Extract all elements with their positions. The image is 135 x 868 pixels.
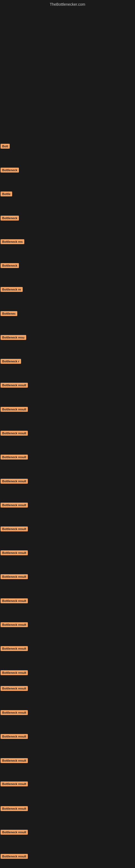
bottleneck-badge-row: Bottleneck result: [1, 431, 28, 437]
bottleneck-badge-row: Bottleneck result: [1, 598, 28, 604]
site-title: TheBottlenecker.com: [50, 2, 85, 6]
bottleneck-result-badge[interactable]: Bottleneck result: [1, 734, 28, 739]
bottleneck-result-badge[interactable]: Bottlenec: [1, 311, 17, 316]
bottleneck-result-badge[interactable]: Bottleneck result: [1, 781, 28, 786]
bottleneck-badge-row: Bottleneck result: [1, 686, 28, 692]
bottleneck-badge-row: Bottleneck re: [1, 287, 23, 293]
bottleneck-result-badge[interactable]: Bottleneck result: [1, 830, 28, 835]
bottleneck-result-badge[interactable]: Bottleneck result: [1, 383, 28, 388]
bottleneck-result-badge[interactable]: Bottleneck result: [1, 806, 28, 811]
bottleneck-badge-row: Bottleneck result: [1, 574, 28, 580]
bottleneck-result-badge[interactable]: Bottleneck result: [1, 407, 28, 412]
bottleneck-badge-row: Bottleneck result: [1, 710, 28, 716]
bottleneck-badge-row: Bottleneck res: [1, 239, 24, 245]
bottleneck-badge-row: Bottleneck result: [1, 758, 28, 764]
bottleneck-result-badge[interactable]: Bottleneck result: [1, 622, 28, 627]
bottleneck-badge-row: Bottleneck result: [1, 854, 28, 860]
bottleneck-badge-row: Bottleneck: [1, 167, 19, 174]
bottleneck-badge-row: Bottleneck result: [1, 503, 28, 508]
bottleneck-result-badge[interactable]: Bottleneck result: [1, 598, 28, 603]
bottleneck-result-badge[interactable]: Bottleneck result: [1, 686, 28, 691]
bottleneck-badge-row: Bottleneck: [1, 216, 19, 222]
bottleneck-badge-row: Bottleneck result: [1, 455, 28, 461]
bottleneck-badge-row: Bottleneck r: [1, 359, 21, 365]
bottleneck-result-badge[interactable]: Bottleneck: [1, 263, 19, 268]
bottleneck-result-badge[interactable]: Bottleneck r: [1, 359, 21, 364]
bottleneck-badge-row: Bottle: [1, 191, 12, 197]
bottleneck-result-badge[interactable]: Bottleneck result: [1, 670, 28, 675]
bottleneck-badge-row: Bottleneck result: [1, 383, 28, 389]
bottleneck-badge-row: Bottleneck result: [1, 670, 28, 676]
bottleneck-badge-row: Bottleneck result: [1, 622, 28, 628]
bottleneck-result-badge[interactable]: Bottleneck result: [1, 503, 28, 507]
bottleneck-result-badge[interactable]: Bottleneck result: [1, 455, 28, 460]
bottleneck-result-badge[interactable]: Bottleneck result: [1, 479, 28, 484]
bottleneck-badge-row: Bottleneck result: [1, 734, 28, 740]
bottleneck-result-badge[interactable]: Bott: [1, 144, 10, 149]
bottleneck-badge-row: Bott: [1, 144, 10, 150]
bottleneck-result-badge[interactable]: Bottle: [1, 191, 12, 196]
bottleneck-result-badge[interactable]: Bottleneck res: [1, 239, 24, 244]
bottleneck-result-badge[interactable]: Bottleneck resu: [1, 335, 26, 340]
bottleneck-badge-row: Bottleneck result: [1, 781, 28, 787]
bottleneck-badge-row: Bottleneck result: [1, 479, 28, 485]
bottleneck-badge-row: Bottleneck result: [1, 527, 28, 532]
bottleneck-result-badge[interactable]: Bottleneck re: [1, 287, 23, 292]
bottleneck-badge-row: Bottleneck result: [1, 550, 28, 556]
bottleneck-badge-row: Bottleneck: [1, 263, 19, 269]
bottleneck-result-badge[interactable]: Bottleneck: [1, 216, 19, 220]
bottleneck-result-badge[interactable]: Bottleneck: [1, 167, 19, 173]
bottleneck-badge-row: Bottleneck result: [1, 407, 28, 413]
bottleneck-badge-row: Bottleneck resu: [1, 335, 26, 341]
bottleneck-result-badge[interactable]: Bottleneck result: [1, 550, 28, 555]
bottleneck-badge-row: Bottlenec: [1, 311, 17, 317]
bottleneck-result-badge[interactable]: Bottleneck result: [1, 431, 28, 436]
bottleneck-badge-row: Bottleneck result: [1, 806, 28, 812]
bottleneck-result-badge[interactable]: Bottleneck result: [1, 527, 28, 531]
bottleneck-result-badge[interactable]: Bottleneck result: [1, 758, 28, 763]
bottleneck-result-badge[interactable]: Bottleneck result: [1, 646, 28, 651]
bottleneck-result-badge[interactable]: Bottleneck result: [1, 574, 28, 579]
bottleneck-result-badge[interactable]: Bottleneck result: [1, 710, 28, 715]
bottleneck-badge-row: Bottleneck result: [1, 830, 28, 836]
bottleneck-result-badge[interactable]: Bottleneck result: [1, 854, 28, 859]
bottleneck-badge-row: Bottleneck result: [1, 646, 28, 652]
